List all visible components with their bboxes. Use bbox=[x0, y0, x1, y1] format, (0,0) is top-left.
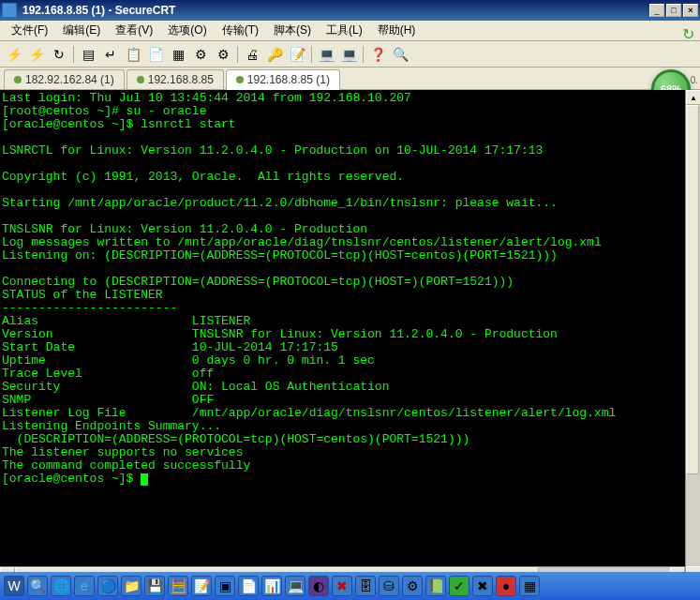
task-app2-icon[interactable]: 📊 bbox=[261, 576, 282, 596]
task-db-icon[interactable]: 🗄 bbox=[355, 576, 376, 596]
app-icon bbox=[2, 3, 17, 18]
side-top-label: 0. bbox=[691, 75, 698, 85]
scroll-track[interactable] bbox=[686, 105, 700, 566]
task-gear-icon[interactable]: ⚙ bbox=[402, 576, 423, 596]
tab-2[interactable]: 192.168.8.85 (1) bbox=[226, 69, 340, 90]
copy-icon[interactable]: 📋 bbox=[123, 44, 143, 65]
task-chrome-icon[interactable]: 🔵 bbox=[97, 576, 118, 596]
session-tabs: 182.92.162.84 (1) 192.168.8.85 192.168.8… bbox=[0, 68, 700, 90]
session-icon[interactable]: 💻 bbox=[316, 44, 336, 65]
menu-transfer[interactable]: 传输(T) bbox=[215, 21, 266, 40]
task-x2-icon[interactable]: ✖ bbox=[472, 576, 493, 596]
separator bbox=[237, 46, 238, 63]
task-eclipse-icon[interactable]: ◐ bbox=[308, 576, 329, 596]
terminal-cursor bbox=[141, 473, 148, 486]
windows-taskbar: W 🔍 🌐 e 🔵 📁 💾 🧮 📝 ▣ 📄 📊 💻 ◐ ✖ 🗄 ⛁ ⚙ 📗 ✓ … bbox=[0, 572, 700, 600]
task-ie-icon[interactable]: e bbox=[74, 576, 95, 596]
grid-icon[interactable]: ▦ bbox=[168, 44, 188, 65]
session2-icon[interactable]: 💻 bbox=[338, 44, 359, 65]
toolbar: ⚡ ⚡ ↻ ▤ ↵ 📋 📄 ▦ ⚙ ⚙ 🖨 🔑 📝 💻 💻 ❓ 🔍 bbox=[0, 41, 700, 68]
minimize-button[interactable]: _ bbox=[649, 4, 664, 17]
side-indicator: 0. bbox=[691, 75, 698, 85]
task-crt-icon[interactable]: 💻 bbox=[285, 576, 305, 596]
separator bbox=[311, 46, 312, 63]
task-word-icon[interactable]: W bbox=[4, 576, 24, 596]
tab-label: 192.168.8.85 (1) bbox=[247, 73, 330, 86]
tab-0[interactable]: 182.92.162.84 (1) bbox=[4, 69, 125, 89]
task-disk-icon[interactable]: 💾 bbox=[144, 576, 165, 596]
separator bbox=[73, 46, 74, 63]
new-session-icon[interactable]: ▤ bbox=[78, 44, 98, 65]
task-magnify-icon[interactable]: 🔍 bbox=[27, 576, 48, 596]
task-dict-icon[interactable]: 📗 bbox=[425, 576, 446, 596]
status-dot-icon bbox=[137, 76, 144, 83]
key-icon[interactable]: 🔑 bbox=[264, 44, 285, 65]
vertical-scrollbar[interactable]: ▲ ▼ bbox=[685, 90, 700, 581]
task-x-icon[interactable]: ✖ bbox=[332, 576, 352, 596]
status-dot-icon bbox=[14, 76, 22, 83]
menu-script[interactable]: 脚本(S) bbox=[266, 21, 319, 40]
terminal-output[interactable]: Last login: Thu Jul 10 13:45:44 2014 fro… bbox=[0, 90, 685, 566]
find-icon[interactable]: 🔍 bbox=[390, 44, 410, 65]
task-red-icon[interactable]: ● bbox=[496, 576, 516, 596]
connect-icon[interactable]: ⚡ bbox=[4, 44, 24, 65]
props2-icon[interactable]: ⚙ bbox=[213, 44, 233, 65]
menu-tools[interactable]: 工具(L) bbox=[319, 21, 370, 40]
tab-1[interactable]: 192.168.8.85 bbox=[127, 69, 224, 89]
menu-help[interactable]: 帮助(H) bbox=[370, 21, 424, 40]
menu-view[interactable]: 查看(V) bbox=[108, 21, 160, 40]
task-sql-icon[interactable]: ⛁ bbox=[379, 576, 399, 596]
task-app1-icon[interactable]: 📄 bbox=[238, 576, 259, 596]
refresh-icon[interactable]: ↻ bbox=[676, 21, 700, 47]
task-browser-icon[interactable]: 🌐 bbox=[51, 576, 71, 596]
paste-icon[interactable]: 📄 bbox=[145, 44, 166, 65]
maximize-button[interactable]: □ bbox=[666, 4, 681, 17]
tab-label: 182.92.162.84 (1) bbox=[25, 73, 114, 86]
status-dot-icon bbox=[236, 76, 244, 83]
terminal-text: Last login: Thu Jul 10 13:45:44 2014 fro… bbox=[2, 91, 616, 486]
note-icon[interactable]: 📝 bbox=[287, 44, 307, 65]
menu-edit[interactable]: 编辑(E) bbox=[55, 21, 108, 40]
menu-file[interactable]: 文件(F) bbox=[4, 21, 55, 40]
enter-icon[interactable]: ↵ bbox=[100, 44, 121, 65]
window-titlebar: 192.168.8.85 (1) - SecureCRT _ □ × bbox=[0, 0, 700, 21]
reconnect-icon[interactable]: ↻ bbox=[49, 44, 69, 65]
menu-options[interactable]: 选项(O) bbox=[160, 21, 214, 40]
menubar: 文件(F) 编辑(E) 查看(V) 选项(O) 传输(T) 脚本(S) 工具(L… bbox=[0, 21, 700, 41]
quick-connect-icon[interactable]: ⚡ bbox=[26, 44, 47, 65]
close-button[interactable]: × bbox=[683, 4, 698, 17]
scroll-up-icon[interactable]: ▲ bbox=[686, 90, 700, 105]
task-green-icon[interactable]: ✓ bbox=[449, 576, 469, 596]
task-calc-icon[interactable]: 🧮 bbox=[168, 576, 188, 596]
task-note-icon[interactable]: 📝 bbox=[191, 576, 212, 596]
scroll-thumb[interactable] bbox=[686, 105, 699, 474]
terminal-container: Last login: Thu Jul 10 13:45:44 2014 fro… bbox=[0, 90, 700, 581]
separator bbox=[363, 46, 364, 63]
props-icon[interactable]: ⚙ bbox=[190, 44, 211, 65]
print-icon[interactable]: 🖨 bbox=[242, 44, 262, 65]
task-term-icon[interactable]: ▣ bbox=[215, 576, 235, 596]
task-folder-icon[interactable]: 📁 bbox=[121, 576, 141, 596]
help-icon[interactable]: ❓ bbox=[367, 44, 388, 65]
window-title: 192.168.8.85 (1) - SecureCRT bbox=[22, 4, 649, 17]
tab-label: 192.168.8.85 bbox=[148, 73, 214, 86]
task-misc-icon[interactable]: ▦ bbox=[519, 576, 540, 596]
